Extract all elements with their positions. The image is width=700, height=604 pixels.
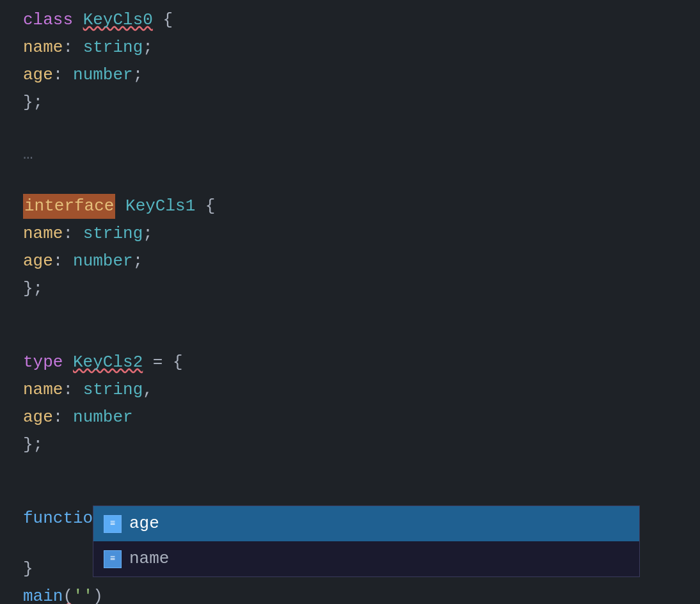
autocomplete-label-name: name xyxy=(129,546,169,571)
close-brace-semi-3: }; xyxy=(23,433,43,457)
code-line-1: class KeyCls0 { xyxy=(0,6,700,34)
type-string-2: string xyxy=(83,221,143,246)
type-name-keycls2: KeyCls2 xyxy=(73,350,143,375)
prop-age-3: age xyxy=(23,405,53,430)
call-main: main xyxy=(23,584,63,604)
blank-line-2 xyxy=(0,170,700,193)
string-arg: '' xyxy=(73,584,93,604)
code-line-10: name: string, xyxy=(0,376,700,404)
prop-name-3: name xyxy=(23,378,63,402)
code-editor[interactable]: class KeyCls0 { name: string; age: numbe… xyxy=(0,0,700,604)
prop-name: name xyxy=(23,35,63,60)
semicolon: ; xyxy=(133,249,143,274)
autocomplete-item-name[interactable]: ≡ name xyxy=(93,541,639,576)
space xyxy=(115,194,125,219)
keyword-type: type xyxy=(23,350,73,375)
colon: : xyxy=(63,221,83,246)
code-line-15: main('') xyxy=(0,583,700,604)
autocomplete-label-age: age xyxy=(129,511,159,536)
semicolon: ; xyxy=(133,63,143,88)
blank-line-6 xyxy=(0,482,700,505)
comma: , xyxy=(143,378,153,402)
blank-line-1 xyxy=(0,116,700,139)
colon: : xyxy=(53,405,73,430)
colon: : xyxy=(63,35,83,60)
code-line-3: age: number; xyxy=(0,61,700,89)
interface-name-keycls1: KeyCls1 xyxy=(125,194,195,219)
semicolon: ; xyxy=(143,35,153,60)
colon: : xyxy=(53,249,73,274)
code-line-4: }; xyxy=(0,89,700,116)
semicolon: ; xyxy=(143,221,153,246)
code-line-12: }; xyxy=(0,431,700,459)
class-name-keycls0: KeyCls0 xyxy=(83,8,153,33)
keyword-class: class xyxy=(23,8,83,33)
keyword-interface: interface xyxy=(23,194,115,219)
code-line-7: age: number; xyxy=(0,248,700,275)
close-brace: } xyxy=(23,557,33,582)
code-line-11: age: number xyxy=(0,404,700,431)
code-line-5: interface KeyCls1 { xyxy=(0,193,700,220)
code-line-8: }; xyxy=(0,275,700,303)
equals-brace: = { xyxy=(143,350,182,375)
ellipsis-line: … xyxy=(0,139,700,170)
type-number-2: number xyxy=(73,249,133,274)
code-line-9: type KeyCls2 = { xyxy=(0,349,700,376)
brace-open: { xyxy=(195,194,215,219)
colon: : xyxy=(63,378,83,402)
autocomplete-dropdown[interactable]: ≡ age ≡ name xyxy=(93,505,640,577)
type-string: string xyxy=(83,35,143,60)
type-string-3: string xyxy=(83,378,143,402)
brace-open: { xyxy=(153,8,173,33)
blank-line-5 xyxy=(0,459,700,482)
code-line-2: name: string; xyxy=(0,34,700,61)
item-icon-age: ≡ xyxy=(104,515,122,533)
close-brace-semi: }; xyxy=(23,90,43,115)
close-brace-semi-2: }; xyxy=(23,276,43,301)
prop-name-2: name xyxy=(23,221,63,246)
code-line-6: name: string; xyxy=(0,220,700,248)
prop-age: age xyxy=(23,63,53,88)
ellipsis-text: … xyxy=(23,142,33,167)
blank-line-3 xyxy=(0,303,700,326)
keyword-function: function xyxy=(23,506,103,531)
blank-line-4 xyxy=(0,326,700,349)
item-icon-name: ≡ xyxy=(104,550,122,568)
prop-age-2: age xyxy=(23,249,53,274)
colon: : xyxy=(53,63,73,88)
type-number-3: number xyxy=(73,405,133,430)
autocomplete-item-age[interactable]: ≡ age xyxy=(93,506,639,541)
call-paren-close: ) xyxy=(93,584,103,604)
type-number: number xyxy=(73,63,133,88)
call-paren-open: ( xyxy=(63,584,73,604)
